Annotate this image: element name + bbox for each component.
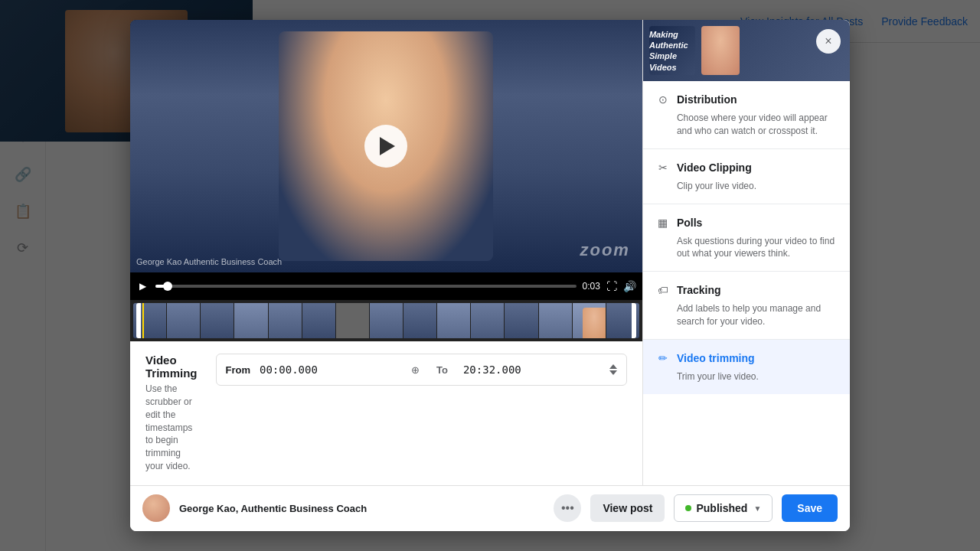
trimming-section: Video Trimming Use the scrubber or edit …	[130, 341, 642, 485]
distribution-title[interactable]: Distribution	[677, 93, 737, 106]
to-spinner[interactable]	[609, 364, 617, 375]
frame-4	[234, 303, 267, 338]
user-avatar	[142, 494, 170, 522]
video-trimming-section: ✏ Video trimming Trim your live video.	[643, 340, 850, 394]
distribution-icon: ⊙	[655, 92, 671, 107]
trimming-section-title[interactable]: Video trimming	[677, 352, 755, 364]
save-button[interactable]: Save	[782, 494, 838, 522]
more-icon: •••	[561, 501, 574, 515]
trimming-section-desc: Trim your live video.	[677, 370, 838, 383]
right-thumbnail-content: Making Authentic Simple Videos	[643, 20, 850, 81]
frame-5	[269, 303, 302, 338]
play-icon	[380, 137, 395, 155]
trimming-header: ✏ Video trimming	[655, 350, 838, 366]
clipping-desc: Clip your live video.	[677, 180, 838, 193]
thumbnail-person	[701, 26, 740, 75]
thumbnail-video-box: Making Authentic Simple Videos	[649, 26, 695, 75]
polls-title[interactable]: Polls	[677, 217, 702, 229]
frame-7	[336, 303, 369, 338]
polls-icon: ▦	[655, 215, 671, 230]
close-button[interactable]: ×	[816, 29, 841, 54]
play-pause-button[interactable]: ▶	[136, 279, 149, 293]
timeline-strip[interactable]	[130, 300, 642, 341]
published-chevron-icon: ▼	[753, 504, 761, 513]
frame-10	[437, 303, 470, 338]
video-label: George Kao Authentic Business Coach	[136, 257, 282, 266]
trimming-title: Video Trimming	[145, 354, 198, 380]
spinner-down-icon	[609, 370, 617, 375]
frame-8	[370, 303, 403, 338]
frame-9	[403, 303, 436, 338]
frame-13	[539, 303, 572, 338]
video-section: zoom George Kao Authentic Business Coach…	[130, 20, 642, 485]
distribution-section: ⊙ Distribution Choose where your video w…	[643, 81, 850, 149]
tracking-desc: Add labels to help you manage and search…	[677, 302, 838, 328]
frame-3	[201, 303, 234, 338]
modal-overlay: × zoom George Kao Authentic Business Coa…	[0, 0, 980, 551]
progress-thumb	[163, 282, 172, 291]
polls-section: ▦ Polls Ask questions during your video …	[643, 204, 850, 272]
trimming-icon: ✏	[655, 350, 671, 366]
to-separator: To	[430, 364, 454, 376]
distribution-header: ⊙ Distribution	[655, 92, 838, 107]
progress-bar[interactable]	[155, 285, 577, 288]
time-display: 0:03	[583, 281, 600, 292]
from-spinner-button[interactable]: ⊕	[406, 360, 424, 379]
video-watermark: zoom	[580, 240, 629, 260]
frame-6	[302, 303, 335, 338]
frame-12	[505, 303, 537, 338]
trimming-info: Video Trimming Use the scrubber or edit …	[145, 354, 198, 473]
video-clipping-section: ✂ Video Clipping Clip your live video.	[643, 149, 850, 204]
polls-header: ▦ Polls	[655, 215, 838, 230]
clipping-title[interactable]: Video Clipping	[677, 161, 752, 174]
timeline-handle-left[interactable]	[136, 303, 141, 338]
from-input[interactable]	[256, 362, 400, 377]
timeline-frames	[133, 303, 639, 338]
published-button[interactable]: Published ▼	[674, 494, 773, 522]
from-label: From	[226, 364, 251, 376]
modal-footer: George Kao, Authentic Business Coach •••…	[130, 485, 850, 531]
more-options-button[interactable]: •••	[554, 494, 581, 522]
tracking-title[interactable]: Tracking	[677, 284, 721, 296]
published-label: Published	[696, 502, 747, 514]
polls-desc: Ask questions during your video to find …	[677, 235, 838, 261]
tracking-section: 🏷 Tracking Add labels to help you manage…	[643, 272, 850, 340]
tracking-header: 🏷 Tracking	[655, 282, 838, 298]
modal-body: zoom George Kao Authentic Business Coach…	[130, 20, 850, 485]
published-status-dot	[685, 505, 691, 511]
timeline-handle-right[interactable]	[632, 303, 636, 338]
video-editor-modal: × zoom George Kao Authentic Business Coa…	[130, 20, 850, 531]
spinner-up-icon	[609, 364, 617, 369]
volume-button[interactable]: 🔊	[623, 280, 636, 292]
play-button[interactable]	[364, 125, 407, 168]
trimming-description: Use the scrubber or edit the timestamps …	[145, 383, 198, 473]
view-post-button[interactable]: View post	[590, 494, 665, 522]
user-name: George Kao, Authentic Business Coach	[179, 503, 544, 514]
clipping-header: ✂ Video Clipping	[655, 160, 838, 175]
trimming-controls: From ⊕ To	[216, 354, 627, 386]
thumbnail-text: Making Authentic Simple Videos	[649, 29, 695, 73]
frame-11	[471, 303, 504, 338]
video-player: zoom George Kao Authentic Business Coach	[130, 20, 642, 272]
clipping-icon: ✂	[655, 160, 671, 175]
frame-2	[167, 303, 200, 338]
right-section: Making Authentic Simple Videos ⊙ Distrib…	[642, 20, 850, 485]
video-controls-bar: ▶ 0:03 ⛶ 🔊	[130, 272, 642, 300]
right-thumbnail: Making Authentic Simple Videos	[643, 20, 850, 81]
frame-14	[573, 303, 606, 338]
close-icon: ×	[825, 34, 831, 48]
timeline-playhead	[142, 303, 144, 338]
tracking-icon: 🏷	[655, 282, 671, 298]
fullscreen-button[interactable]: ⛶	[606, 280, 617, 292]
distribution-desc: Choose where your video will appear and …	[677, 112, 838, 138]
to-input[interactable]	[460, 362, 603, 377]
